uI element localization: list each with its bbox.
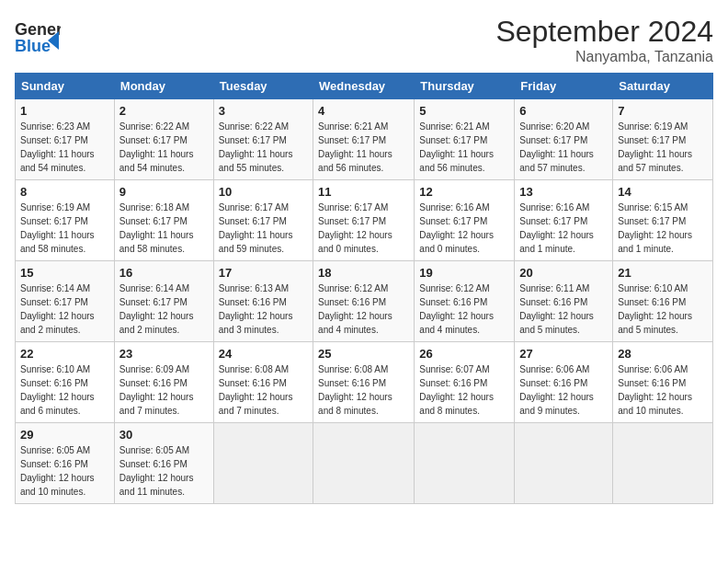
sunrise-label: Sunrise:: [419, 283, 455, 293]
sunrise-value: 6:22 AM: [155, 121, 189, 132]
day-number: 7: [618, 104, 708, 118]
sunset-label: Sunset:: [618, 378, 652, 388]
sunset-value: 6:16 PM: [253, 378, 287, 388]
calendar-day-cell: 11 Sunrise: 6:17 AM Sunset: 6:17 PM Dayl…: [313, 180, 415, 261]
sunrise-label: Sunrise:: [119, 445, 155, 455]
day-info: Sunrise: 6:11 AM Sunset: 6:16 PM Dayligh…: [519, 282, 608, 337]
logo-icon: General Blue: [15, 15, 61, 61]
sunrise-value: 6:09 AM: [155, 364, 189, 374]
day-info: Sunrise: 6:19 AM Sunset: 6:17 PM Dayligh…: [618, 120, 708, 175]
sunset-value: 6:17 PM: [453, 216, 487, 226]
calendar-day-cell: 20 Sunrise: 6:11 AM Sunset: 6:16 PM Dayl…: [515, 261, 613, 342]
sunrise-label: Sunrise:: [20, 364, 56, 374]
daylight-label: Daylight:: [318, 392, 357, 402]
day-info: Sunrise: 6:08 AM Sunset: 6:16 PM Dayligh…: [219, 362, 308, 418]
sunset-label: Sunset:: [20, 297, 54, 307]
calendar-day-cell: 23 Sunrise: 6:09 AM Sunset: 6:16 PM Dayl…: [114, 342, 213, 423]
sunrise-label: Sunrise:: [119, 202, 155, 213]
day-number: 10: [219, 185, 308, 199]
sunrise-value: 6:20 AM: [556, 121, 590, 132]
day-info: Sunrise: 6:15 AM Sunset: 6:17 PM Dayligh…: [618, 201, 708, 256]
day-number: 21: [618, 266, 708, 280]
daylight-label: Daylight:: [419, 392, 458, 402]
sunset-value: 6:16 PM: [453, 378, 487, 388]
sunset-label: Sunset:: [519, 297, 553, 307]
sunrise-label: Sunrise:: [419, 364, 455, 374]
page-header: General Blue September 2024 Nanyamba, Ta…: [15, 15, 713, 65]
sunset-value: 6:16 PM: [553, 297, 587, 307]
day-number: 29: [20, 428, 109, 442]
daylight-label: Daylight:: [318, 311, 357, 321]
sunrise-value: 6:19 AM: [654, 121, 688, 132]
day-info: Sunrise: 6:16 AM Sunset: 6:17 PM Dayligh…: [419, 201, 509, 256]
sunrise-value: 6:08 AM: [355, 364, 389, 374]
daylight-label: Daylight:: [618, 311, 656, 321]
day-number: 19: [419, 266, 509, 280]
daylight-label: Daylight:: [119, 230, 158, 240]
sunset-value: 6:17 PM: [253, 216, 287, 226]
calendar-day-cell: 1 Sunrise: 6:23 AM Sunset: 6:17 PM Dayli…: [16, 99, 115, 180]
calendar-day-cell: 16 Sunrise: 6:14 AM Sunset: 6:17 PM Dayl…: [114, 261, 213, 342]
sunrise-label: Sunrise:: [318, 121, 354, 132]
sunrise-label: Sunrise:: [419, 202, 455, 213]
sunset-value: 6:17 PM: [352, 216, 386, 226]
day-number: 8: [20, 185, 109, 199]
calendar-day-cell: 8 Sunrise: 6:19 AM Sunset: 6:17 PM Dayli…: [16, 180, 115, 261]
calendar-week-row: 15 Sunrise: 6:14 AM Sunset: 6:17 PM Dayl…: [16, 261, 713, 342]
sunrise-label: Sunrise:: [119, 364, 155, 374]
sunrise-value: 6:10 AM: [56, 364, 90, 374]
sunrise-label: Sunrise:: [318, 364, 354, 374]
sunrise-value: 6:14 AM: [56, 283, 90, 293]
calendar-day-cell: 9 Sunrise: 6:18 AM Sunset: 6:17 PM Dayli…: [114, 180, 213, 261]
calendar-day-cell: 5 Sunrise: 6:21 AM Sunset: 6:17 PM Dayli…: [415, 99, 515, 180]
sunset-label: Sunset:: [20, 135, 54, 145]
sunset-value: 6:17 PM: [352, 135, 386, 145]
day-number: 18: [318, 266, 409, 280]
sunset-value: 6:17 PM: [54, 216, 88, 226]
daylight-label: Daylight:: [519, 311, 558, 321]
daylight-label: Daylight:: [318, 230, 357, 240]
calendar-week-row: 8 Sunrise: 6:19 AM Sunset: 6:17 PM Dayli…: [16, 180, 713, 261]
month-title: September 2024: [495, 15, 713, 49]
day-info: Sunrise: 6:19 AM Sunset: 6:17 PM Dayligh…: [20, 201, 109, 256]
sunset-value: 6:16 PM: [154, 459, 188, 469]
sunset-label: Sunset:: [219, 378, 253, 388]
daylight-label: Daylight:: [20, 392, 59, 402]
calendar-header-cell: Saturday: [613, 74, 713, 99]
day-info: Sunrise: 6:06 AM Sunset: 6:16 PM Dayligh…: [618, 362, 708, 418]
sunset-label: Sunset:: [20, 459, 54, 469]
day-info: Sunrise: 6:22 AM Sunset: 6:17 PM Dayligh…: [119, 120, 209, 175]
calendar-day-cell: 3 Sunrise: 6:22 AM Sunset: 6:17 PM Dayli…: [213, 99, 313, 180]
day-info: Sunrise: 6:13 AM Sunset: 6:16 PM Dayligh…: [219, 282, 308, 337]
calendar-day-cell: 12 Sunrise: 6:16 AM Sunset: 6:17 PM Dayl…: [415, 180, 515, 261]
daylight-label: Daylight:: [119, 392, 158, 402]
sunrise-label: Sunrise:: [618, 283, 654, 293]
calendar-day-cell: 14 Sunrise: 6:15 AM Sunset: 6:17 PM Dayl…: [613, 180, 713, 261]
sunset-value: 6:17 PM: [553, 135, 587, 145]
sunrise-value: 6:13 AM: [255, 283, 289, 293]
sunset-value: 6:16 PM: [54, 378, 88, 388]
sunset-value: 6:16 PM: [553, 378, 587, 388]
daylight-label: Daylight:: [618, 392, 656, 402]
sunrise-label: Sunrise:: [618, 202, 654, 213]
daylight-label: Daylight:: [618, 230, 656, 240]
calendar-day-cell: 21 Sunrise: 6:10 AM Sunset: 6:16 PM Dayl…: [613, 261, 713, 342]
daylight-label: Daylight:: [20, 473, 59, 483]
sunset-value: 6:17 PM: [154, 135, 188, 145]
sunset-label: Sunset:: [20, 378, 54, 388]
day-number: 5: [419, 104, 509, 118]
day-info: Sunrise: 6:20 AM Sunset: 6:17 PM Dayligh…: [519, 120, 608, 175]
sunset-value: 6:17 PM: [652, 216, 686, 226]
sunrise-label: Sunrise:: [618, 121, 654, 132]
sunrise-value: 6:12 AM: [355, 283, 389, 293]
day-number: 22: [20, 347, 109, 361]
daylight-label: Daylight:: [519, 149, 558, 159]
sunset-label: Sunset:: [318, 297, 352, 307]
svg-text:Blue: Blue: [15, 37, 51, 55]
daylight-label: Daylight:: [219, 311, 257, 321]
sunrise-value: 6:12 AM: [456, 283, 490, 293]
calendar-week-row: 22 Sunrise: 6:10 AM Sunset: 6:16 PM Dayl…: [16, 342, 713, 423]
sunrise-label: Sunrise:: [219, 364, 255, 374]
sunrise-value: 6:17 AM: [355, 202, 389, 213]
calendar-header-cell: Tuesday: [213, 74, 313, 99]
